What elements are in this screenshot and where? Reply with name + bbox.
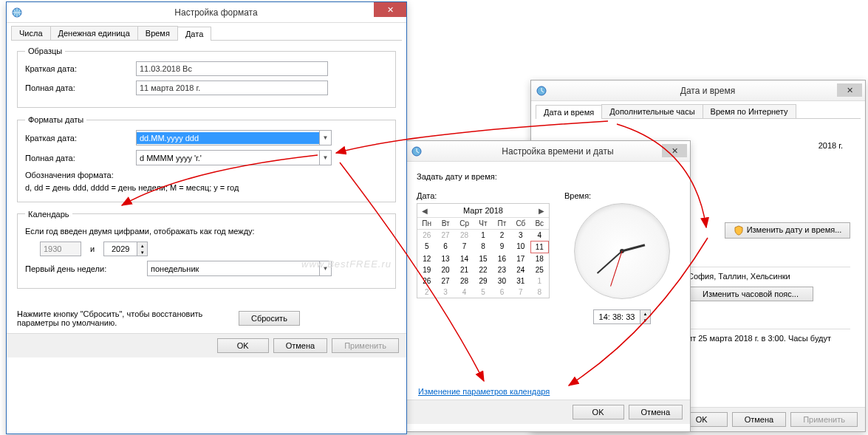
- calendar-day[interactable]: 8: [474, 241, 492, 253]
- titlebar[interactable]: Настройка формата ✕: [7, 2, 406, 23]
- calendar-day[interactable]: 27: [436, 230, 454, 241]
- tab-currency[interactable]: Денежная единица: [50, 26, 138, 40]
- tab-datetime[interactable]: Дата и время: [536, 105, 602, 119]
- change-timezone-button[interactable]: Изменить часовой пояс...: [688, 287, 813, 301]
- calendar-day[interactable]: 27: [436, 275, 454, 287]
- calendar-day[interactable]: 7: [511, 287, 530, 298]
- short-format-label: Краткая дата:: [25, 134, 136, 143]
- calendar-day[interactable]: 8: [530, 287, 549, 298]
- calendar-day[interactable]: 12: [417, 253, 436, 264]
- year-to-spinbox[interactable]: ▲▼: [103, 242, 148, 256]
- chevron-down-icon[interactable]: ▼: [319, 151, 331, 165]
- calendar-day[interactable]: 22: [474, 264, 492, 275]
- cancel-button[interactable]: Отмена: [629, 405, 683, 419]
- apply-button[interactable]: Применить: [790, 412, 858, 427]
- short-date-sample: [136, 61, 328, 76]
- chevron-down-icon[interactable]: ▼: [319, 131, 331, 145]
- calendar-day[interactable]: 13: [436, 253, 454, 264]
- globe-app-icon: [11, 7, 23, 18]
- calendar-day[interactable]: 23: [493, 264, 511, 275]
- calendar-day[interactable]: 6: [436, 241, 454, 253]
- close-button[interactable]: ✕: [374, 2, 406, 17]
- calendar-day[interactable]: 3: [436, 287, 454, 298]
- calendar-day[interactable]: 26: [417, 275, 436, 287]
- tab-date[interactable]: Дата: [177, 27, 211, 41]
- tab-internet-time[interactable]: Время по Интернету: [703, 104, 796, 118]
- analog-clock: [574, 203, 670, 299]
- calendar-day[interactable]: 2: [417, 287, 436, 298]
- change-datetime-button[interactable]: Изменить дату и время...: [725, 222, 850, 239]
- ok-button[interactable]: OK: [573, 405, 624, 419]
- calendar-day[interactable]: 2: [493, 230, 511, 241]
- long-date-sample: [136, 81, 328, 95]
- first-day-label: Первый день недели:: [25, 264, 147, 273]
- calendar[interactable]: ◀ Март 2018 ▶ ПнВтСрЧтПтСбВс262728123456…: [417, 203, 550, 298]
- close-button[interactable]: ✕: [662, 144, 687, 157]
- shield-icon: [734, 225, 744, 236]
- calendar-day[interactable]: 26: [417, 230, 436, 241]
- time-up[interactable]: ▲: [640, 310, 650, 317]
- notation-text: d, dd = день ddd, dddd = день недели; M …: [25, 182, 388, 193]
- tz-cities: София, Таллин, Хельсинки: [688, 272, 850, 281]
- year-down[interactable]: ▼: [137, 249, 147, 256]
- calendar-day[interactable]: 30: [493, 275, 511, 287]
- cancel-button[interactable]: Отмена: [273, 338, 327, 353]
- ok-button[interactable]: OK: [217, 338, 269, 353]
- tab-numbers[interactable]: Числа: [11, 26, 51, 40]
- year-up[interactable]: ▲: [137, 242, 147, 249]
- calendar-day[interactable]: 6: [493, 287, 511, 298]
- format-button-row: OK Отмена Применить: [7, 333, 406, 357]
- titlebar[interactable]: Настройка времени и даты ✕: [406, 141, 690, 162]
- calendar-day[interactable]: 1: [530, 275, 549, 287]
- time-label: Время:: [564, 191, 680, 200]
- calendar-day[interactable]: 5: [417, 241, 436, 253]
- calendar-day[interactable]: 17: [511, 253, 530, 264]
- calendar-day[interactable]: 4: [530, 230, 549, 241]
- calendar-day[interactable]: 5: [474, 287, 492, 298]
- calendar-day[interactable]: 16: [493, 253, 511, 264]
- calendar-day[interactable]: 18: [530, 253, 549, 264]
- set-datetime-label: Задать дату и время:: [417, 172, 680, 181]
- time-spinbox[interactable]: ▲▼: [593, 309, 651, 324]
- apply-button[interactable]: Применить: [332, 338, 399, 353]
- date-formats-fieldset: Форматы даты Краткая дата: dd.MM.yyyy dd…: [17, 115, 396, 202]
- year-to-input[interactable]: [104, 242, 137, 256]
- calendar-legend: Календарь: [25, 210, 72, 219]
- calendar-day[interactable]: 7: [455, 241, 474, 253]
- calendar-day[interactable]: 3: [511, 230, 530, 241]
- calendar-month: Март 2018: [463, 206, 503, 215]
- time-input[interactable]: [594, 310, 640, 323]
- tab-additional-clocks[interactable]: Дополнительные часы: [601, 104, 703, 118]
- datetime-tabs: Дата и время Дополнительные часы Время п…: [536, 104, 861, 119]
- calendar-day[interactable]: 21: [455, 264, 474, 275]
- short-format-combo[interactable]: dd.MM.yyyy ddd ▼: [136, 130, 332, 145]
- calendar-day[interactable]: 9: [493, 241, 511, 253]
- tab-time[interactable]: Время: [137, 26, 178, 40]
- calendar-day[interactable]: 15: [474, 253, 492, 264]
- calendar-day[interactable]: 28: [455, 275, 474, 287]
- year-range-label: Если год введен двумя цифрами, отображат…: [25, 226, 388, 237]
- calendar-day-header: Пт: [493, 217, 511, 230]
- calendar-day[interactable]: 4: [455, 287, 474, 298]
- calendar-day[interactable]: 28: [455, 230, 474, 241]
- calendar-day[interactable]: 10: [511, 241, 530, 253]
- calendar-day[interactable]: 29: [474, 275, 492, 287]
- calendar-settings-link[interactable]: Изменение параметров календаря: [418, 387, 550, 396]
- calendar-day[interactable]: 1: [474, 230, 492, 241]
- prev-month-button[interactable]: ◀: [422, 207, 428, 215]
- calendar-day[interactable]: 19: [417, 264, 436, 275]
- long-format-combo[interactable]: d MMMM yyyy 'г.' ▼: [136, 150, 332, 165]
- long-date-label: Полная дата:: [25, 83, 136, 92]
- calendar-day[interactable]: 31: [511, 275, 530, 287]
- time-down[interactable]: ▼: [640, 317, 650, 323]
- reset-button[interactable]: Сбросить: [239, 311, 300, 326]
- titlebar[interactable]: Дата и время ✕: [531, 81, 865, 101]
- calendar-day[interactable]: 24: [511, 264, 530, 275]
- calendar-day[interactable]: 20: [436, 264, 454, 275]
- calendar-day[interactable]: 14: [455, 253, 474, 264]
- calendar-day[interactable]: 11: [530, 241, 549, 253]
- calendar-day[interactable]: 25: [530, 264, 549, 275]
- close-button[interactable]: ✕: [837, 83, 862, 97]
- cancel-button[interactable]: Отмена: [732, 412, 786, 427]
- next-month-button[interactable]: ▶: [539, 207, 544, 215]
